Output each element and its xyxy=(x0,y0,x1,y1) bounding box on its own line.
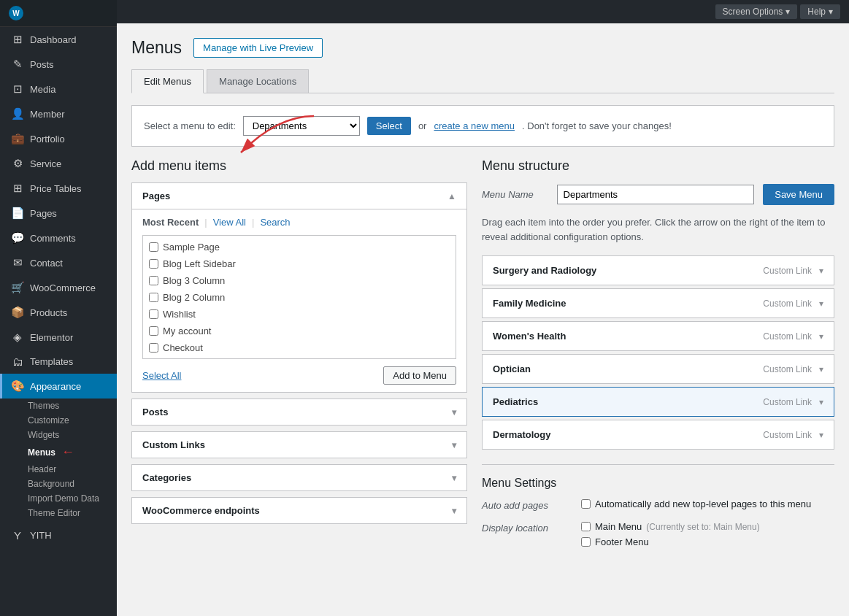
sidebar-item-posts[interactable]: ✎ Posts xyxy=(0,52,117,77)
help-button[interactable]: Help ▾ xyxy=(800,4,840,19)
accordion-posts-header[interactable]: Posts ▾ xyxy=(132,399,466,425)
dashboard-icon: ⊞ xyxy=(11,33,24,46)
page-checkbox-myaccount[interactable] xyxy=(149,326,158,336)
page-checkbox-blog-2col[interactable] xyxy=(149,293,158,302)
screen-options-button[interactable]: Screen Options ▾ xyxy=(715,4,798,19)
menu-item-family[interactable]: Family Medicine Custom Link ▾ xyxy=(482,288,834,318)
accordion-woocommerce-chevron: ▾ xyxy=(452,506,456,516)
menu-select-dropdown[interactable]: Departments xyxy=(243,116,360,136)
subtab-view-all[interactable]: View All xyxy=(213,217,246,228)
page-label-sample: Sample Page xyxy=(163,242,220,253)
menu-item-name-optician: Optician xyxy=(493,363,531,374)
page-item-blog-3col[interactable]: Blog 3 Column xyxy=(143,272,456,289)
select-all-link[interactable]: Select All xyxy=(142,370,181,381)
dont-forget-text: . Don't forget to save your changes! xyxy=(522,120,672,131)
products-icon: 📦 xyxy=(11,306,24,319)
menu-item-name-dermatology: Dermatology xyxy=(493,429,550,440)
menu-item-arrow-dermatology[interactable]: ▾ xyxy=(819,430,823,440)
select-button[interactable]: Select xyxy=(367,117,411,135)
sidebar-item-service[interactable]: ⚙ Service xyxy=(0,151,117,176)
sidebar-item-member[interactable]: 👤 Member xyxy=(0,101,117,126)
sidebar-sub-customize[interactable]: Customize xyxy=(0,413,117,428)
menu-item-arrow-womens[interactable]: ▾ xyxy=(819,331,823,342)
page-item-blog-2col[interactable]: Blog 2 Column xyxy=(143,289,456,306)
page-label-blog-2col: Blog 2 Column xyxy=(163,292,225,303)
sidebar-item-elementor[interactable]: ◈ Elementor xyxy=(0,325,117,350)
save-menu-button[interactable]: Save Menu xyxy=(763,184,834,205)
menu-structure-column: Menu structure Menu Name Save Menu Drag … xyxy=(482,158,834,559)
footer-menu-check-row: Footer Menu xyxy=(581,536,834,547)
add-to-menu-button[interactable]: Add to Menu xyxy=(383,366,456,385)
page-item-checkout[interactable]: Checkout xyxy=(143,339,456,356)
screen-options-chevron: ▾ xyxy=(785,7,790,17)
page-label-wishlist: Wishlist xyxy=(163,309,196,320)
sidebar-item-woocommerce[interactable]: 🛒 WooCommerce xyxy=(0,275,117,300)
footer-menu-checkbox[interactable] xyxy=(581,537,591,547)
menu-item-arrow-optician[interactable]: ▾ xyxy=(819,364,823,374)
subtab-most-recent[interactable]: Most Recent xyxy=(142,217,199,228)
menu-item-arrow-pediatrics[interactable]: ▾ xyxy=(819,397,823,407)
tabs: Edit Menus Manage Locations xyxy=(131,69,834,93)
sidebar-item-price-tables[interactable]: ⊞ Price Tables xyxy=(0,176,117,201)
sidebar-item-appearance[interactable]: 🎨 Appearance xyxy=(0,374,117,399)
sidebar-sub-menus[interactable]: Menus ← xyxy=(0,442,117,462)
sidebar-sub-themes[interactable]: Themes xyxy=(0,399,117,413)
accordion-categories-header[interactable]: Categories ▾ xyxy=(132,465,466,490)
page-checkbox-checkout[interactable] xyxy=(149,343,158,353)
tab-manage-locations[interactable]: Manage Locations xyxy=(207,69,309,93)
menu-name-input[interactable] xyxy=(557,185,754,204)
sidebar-item-comments[interactable]: 💬 Comments xyxy=(0,226,117,250)
sidebar-item-templates[interactable]: 🗂 Templates xyxy=(0,350,117,374)
subtab-search[interactable]: Search xyxy=(260,217,290,228)
sidebar-item-pages[interactable]: 📄 Pages xyxy=(0,201,117,226)
page-item-sample[interactable]: Sample Page xyxy=(143,239,456,255)
sidebar-item-dashboard[interactable]: ⊞ Dashboard xyxy=(0,27,117,52)
sidebar-item-label: Price Tables xyxy=(30,183,82,194)
menu-item-pediatrics[interactable]: Pediatrics Custom Link ▾ xyxy=(482,387,834,417)
main-menu-note: (Currently set to: Main Menu) xyxy=(646,522,759,532)
menu-item-womens[interactable]: Women's Health Custom Link ▾ xyxy=(482,321,834,351)
sidebar-item-portfolio[interactable]: 💼 Portfolio xyxy=(0,126,117,151)
sidebar-item-media[interactable]: ⊡ Media xyxy=(0,77,117,101)
create-new-menu-link[interactable]: create a new menu xyxy=(434,120,515,131)
menu-item-arrow-family[interactable]: ▾ xyxy=(819,299,823,309)
page-checkbox-sample[interactable] xyxy=(149,242,158,252)
sidebar-sub-widgets[interactable]: Widgets xyxy=(0,428,117,442)
sidebar-item-products[interactable]: 📦 Products xyxy=(0,300,117,325)
menu-item-surgery[interactable]: Surgery and Radiology Custom Link ▾ xyxy=(482,255,834,285)
sidebar-item-label: WooCommerce xyxy=(30,282,96,293)
auto-add-checkbox[interactable] xyxy=(581,499,591,509)
sidebar: W ⊞ Dashboard ✎ Posts ⊡ Media 👤 Member 💼… xyxy=(0,0,117,616)
accordion-posts-label: Posts xyxy=(142,407,168,417)
page-checkbox-blog-3col[interactable] xyxy=(149,276,158,285)
sidebar-sub-background[interactable]: Background xyxy=(0,477,117,491)
menu-item-optician[interactable]: Optician Custom Link ▾ xyxy=(482,354,834,384)
accordion-woocommerce-header[interactable]: WooCommerce endpoints ▾ xyxy=(132,498,466,523)
page-item-cart[interactable]: Cart xyxy=(143,356,456,359)
page-checkbox-blog-left[interactable] xyxy=(149,259,158,269)
sidebar-item-contact[interactable]: ✉ Contact xyxy=(0,250,117,275)
pages-checkbox-list: Sample Page Blog Left Sidebar Blog 3 Col… xyxy=(142,235,456,359)
sidebar-sub-theme-editor[interactable]: Theme Editor xyxy=(0,506,117,520)
main-content: Screen Options ▾ Help ▾ Menus Manage wit… xyxy=(117,0,849,616)
accordion-pages-header[interactable]: Pages ▲ xyxy=(132,183,466,209)
tab-edit-menus[interactable]: Edit Menus xyxy=(131,69,204,93)
page-item-myaccount[interactable]: My account xyxy=(143,323,456,339)
sidebar-sub-header[interactable]: Header xyxy=(0,462,117,477)
sidebar-item-yith[interactable]: Y YITH xyxy=(0,523,117,547)
sidebar-item-label: Pages xyxy=(30,208,57,219)
main-menu-checkbox[interactable] xyxy=(581,522,591,531)
menu-item-arrow-surgery[interactable]: ▾ xyxy=(819,266,823,276)
page-checkbox-wishlist[interactable] xyxy=(149,309,158,319)
page-item-blog-left[interactable]: Blog Left Sidebar xyxy=(143,255,456,272)
menu-item-name-pediatrics: Pediatrics xyxy=(493,396,538,407)
sidebar-sub-import-demo[interactable]: Import Demo Data xyxy=(0,491,117,506)
sidebar-item-label: Elementor xyxy=(30,332,73,343)
page-item-wishlist[interactable]: Wishlist xyxy=(143,306,456,323)
manage-live-preview-button[interactable]: Manage with Live Preview xyxy=(193,38,323,58)
menu-item-dermatology[interactable]: Dermatology Custom Link ▾ xyxy=(482,420,834,450)
page-label-checkout: Checkout xyxy=(163,342,203,353)
or-text: or xyxy=(418,120,427,131)
accordion-custom-links-header[interactable]: Custom Links ▾ xyxy=(132,432,466,458)
auto-add-label: Auto add pages xyxy=(482,500,569,511)
